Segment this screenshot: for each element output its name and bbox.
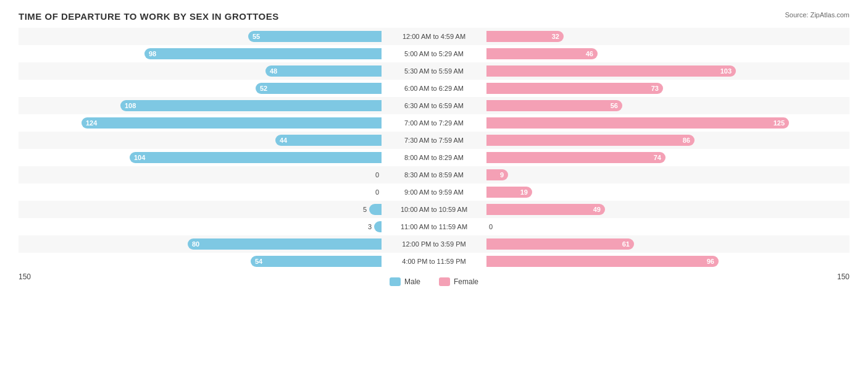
table-row: 447:30 AM to 7:59 AM86 xyxy=(19,132,849,149)
female-bar-label: 61 xyxy=(622,240,630,248)
female-bar-section: 49 xyxy=(486,203,849,216)
female-bar-label: 56 xyxy=(611,102,618,109)
male-bar-section: 52 xyxy=(19,82,382,95)
table-row: 510:00 AM to 10:59 AM49 xyxy=(19,201,849,218)
male-bar xyxy=(374,221,382,232)
male-bar-section: 0 xyxy=(19,168,382,182)
male-bar: 44 xyxy=(275,135,382,146)
female-bar-label: 96 xyxy=(707,258,714,265)
male-outside-label: 3 xyxy=(368,223,372,230)
male-bar-section: 108 xyxy=(19,99,382,112)
time-label: 7:30 AM to 7:59 AM xyxy=(382,137,486,144)
female-bar: 125 xyxy=(486,117,789,129)
legend-female-label: Female xyxy=(454,277,478,286)
time-label: 6:00 AM to 6:29 AM xyxy=(382,85,486,92)
female-bar: 19 xyxy=(486,187,532,198)
female-bar-section: 86 xyxy=(486,133,849,147)
chart-container: TIME OF DEPARTURE TO WORK BY SEX IN GROT… xyxy=(0,0,868,367)
female-bar-section: 125 xyxy=(486,116,849,130)
male-bar-section: 48 xyxy=(19,64,382,78)
female-zero-label: 0 xyxy=(489,223,493,230)
female-bar: 49 xyxy=(486,204,605,215)
female-bar-section: 46 xyxy=(486,47,849,61)
male-bar-section: 5 xyxy=(19,203,382,216)
female-bar-section: 0 xyxy=(486,220,849,234)
male-bar-label: 44 xyxy=(280,137,287,144)
female-bar: 9 xyxy=(486,169,508,180)
time-label: 12:00 PM to 3:59 PM xyxy=(382,240,486,248)
table-row: 1086:30 AM to 6:59 AM56 xyxy=(19,97,849,114)
male-bar-label: 98 xyxy=(149,50,156,57)
axis-row: 150 Male Female 150 xyxy=(19,270,849,286)
male-bar xyxy=(369,204,382,215)
female-bar-section: 103 xyxy=(486,64,849,78)
female-bar-label: 125 xyxy=(774,119,785,127)
female-bar: 86 xyxy=(486,135,695,146)
male-bar-label: 55 xyxy=(252,33,260,40)
female-bar-section: 32 xyxy=(486,30,849,43)
female-bar: 103 xyxy=(486,65,736,77)
female-bar: 56 xyxy=(486,100,622,111)
female-bar: 61 xyxy=(486,238,634,250)
table-row: 1048:00 AM to 8:29 AM74 xyxy=(19,149,849,166)
time-label: 10:00 AM to 10:59 AM xyxy=(382,206,486,213)
female-bar: 73 xyxy=(486,83,663,94)
table-row: 8012:00 PM to 3:59 PM61 xyxy=(19,235,849,253)
table-row: 526:00 AM to 6:29 AM73 xyxy=(19,80,849,97)
male-bar-section: 44 xyxy=(19,133,382,147)
male-bar-section: 98 xyxy=(19,47,382,61)
male-bar-section: 0 xyxy=(19,185,382,199)
table-row: 985:00 AM to 5:29 AM46 xyxy=(19,45,849,62)
male-bar-section: 3 xyxy=(19,220,382,234)
table-row: 08:30 AM to 8:59 AM9 xyxy=(19,166,849,184)
legend-male-label: Male xyxy=(404,277,420,286)
axis-right: 150 xyxy=(837,272,849,286)
female-bar-label: 103 xyxy=(720,67,732,75)
time-label: 4:00 PM to 11:59 PM xyxy=(382,258,486,265)
axis-left: 150 xyxy=(19,272,31,286)
female-bar-section: 73 xyxy=(486,82,849,95)
table-row: 544:00 PM to 11:59 PM96 xyxy=(19,253,849,270)
table-row: 09:00 AM to 9:59 AM19 xyxy=(19,184,849,201)
legend-female: Female xyxy=(439,277,478,286)
time-label: 5:30 AM to 5:59 AM xyxy=(382,67,486,75)
female-bar-section: 19 xyxy=(486,185,849,199)
time-label: 7:00 AM to 7:29 AM xyxy=(382,119,486,127)
time-label: 12:00 AM to 4:59 AM xyxy=(382,33,486,40)
male-bar: 55 xyxy=(248,31,382,42)
time-label: 8:30 AM to 8:59 AM xyxy=(382,171,486,179)
table-row: 311:00 AM to 11:59 AM0 xyxy=(19,218,849,235)
female-bar-section: 74 xyxy=(486,151,849,164)
male-bar-label: 104 xyxy=(134,154,145,161)
female-bar-label: 46 xyxy=(586,50,593,57)
female-bar: 32 xyxy=(486,31,564,42)
male-bar: 54 xyxy=(251,256,382,267)
male-bar-section: 54 xyxy=(19,255,382,268)
male-bar-section: 124 xyxy=(19,116,382,130)
time-label: 11:00 AM to 11:59 AM xyxy=(382,223,486,230)
female-bar-section: 9 xyxy=(486,168,849,182)
female-bar-label: 19 xyxy=(520,188,528,196)
male-bar: 104 xyxy=(130,152,382,163)
chart-title: TIME OF DEPARTURE TO WORK BY SEX IN GROT… xyxy=(19,11,849,22)
male-bar: 124 xyxy=(81,117,382,129)
rows-container: 5512:00 AM to 4:59 AM32985:00 AM to 5:29… xyxy=(19,28,849,270)
time-label: 9:00 AM to 9:59 AM xyxy=(382,188,486,196)
female-bar-label: 74 xyxy=(654,154,661,161)
male-bar-label: 80 xyxy=(192,240,199,248)
female-bar-label: 9 xyxy=(500,171,504,179)
male-zero-label: 0 xyxy=(375,171,379,179)
male-bar-label: 108 xyxy=(125,102,136,109)
male-bar-label: 124 xyxy=(86,119,97,127)
male-bar-label: 52 xyxy=(260,85,267,92)
male-bar-section: 55 xyxy=(19,30,382,43)
source-label: Source: ZipAtlas.com xyxy=(785,11,849,19)
male-bar: 98 xyxy=(144,48,382,59)
female-bar: 96 xyxy=(486,256,719,267)
male-bar-section: 80 xyxy=(19,237,382,251)
male-bar: 52 xyxy=(256,83,382,94)
female-bar-label: 86 xyxy=(683,137,690,144)
female-bar-label: 49 xyxy=(593,206,601,213)
male-bar-label: 54 xyxy=(255,258,262,265)
table-row: 1247:00 AM to 7:29 AM125 xyxy=(19,114,849,132)
